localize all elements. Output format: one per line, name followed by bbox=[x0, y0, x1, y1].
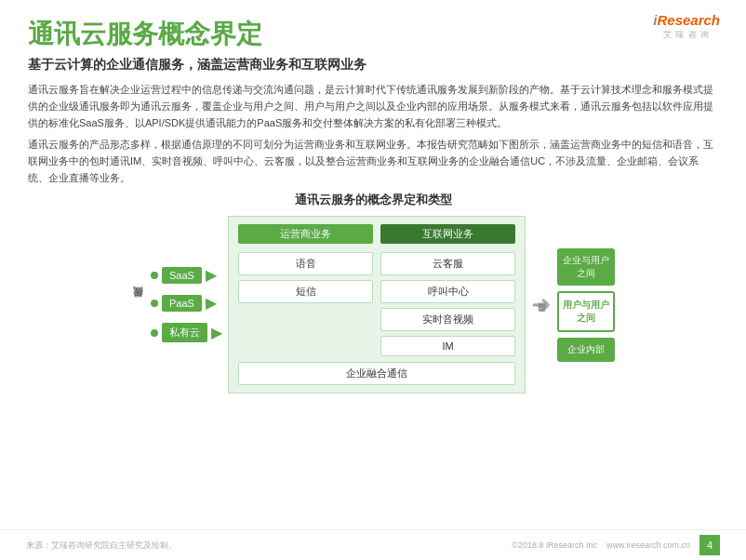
im-box: IM bbox=[380, 336, 515, 356]
app-boxes: 企业与用户之间 用户与用户之间 企业内部 bbox=[557, 248, 615, 362]
diagram-title: 通讯云服务的概念界定和类型 bbox=[28, 192, 718, 208]
body-text-1: 通讯云服务旨在解决企业运营过程中的信息传递与交流沟通问题，是云计算时代下传统通讯… bbox=[28, 81, 718, 131]
page: iResearch 艾 瑞 咨 询 通讯云服务概念界定 基于云计算的企业通信服务… bbox=[0, 0, 746, 560]
user-user-box: 用户与用户之间 bbox=[557, 291, 615, 332]
duanxin-box: 短信 bbox=[238, 280, 373, 303]
left-col: 运营商业务 语音 短信 bbox=[238, 224, 373, 356]
footer: 来源：艾瑞咨询研究院自主研究及绘制。 ©2018.8 iResearch Inc… bbox=[0, 529, 746, 560]
page-number: 4 bbox=[699, 535, 720, 555]
service-items: SaaS ▶ PaaS ▶ 私有云 ▶ bbox=[151, 267, 222, 342]
private-dot bbox=[151, 329, 158, 337]
qiyerongtong-box: 企业融合通信 bbox=[238, 362, 515, 385]
saas-box: SaaS bbox=[162, 267, 202, 284]
footer-copyright: ©2018.8 iResearch Inc bbox=[512, 540, 597, 550]
right-col: 互联网业务 云客服 呼叫中心 实时音视频 IM bbox=[380, 224, 515, 356]
list-item: 私有云 ▶ bbox=[151, 323, 222, 342]
main-title: 通讯云服务概念界定 bbox=[28, 19, 718, 50]
logo: iResearch 艾 瑞 咨 询 bbox=[653, 13, 720, 41]
yuyin-box: 语音 bbox=[238, 252, 373, 275]
footer-url: www.iresearch.com.cn bbox=[606, 540, 690, 550]
private-box: 私有云 bbox=[162, 323, 207, 342]
qiye-neibux-box: 企业内部 bbox=[557, 338, 615, 362]
diagram-columns: 运营商业务 语音 短信 互联网业务 云客服 呼叫中心 实时音视频 IM bbox=[238, 224, 515, 356]
shishiyinshipin-box: 实时音视频 bbox=[380, 308, 515, 331]
hujiuzhongxin-box: 呼叫中心 bbox=[380, 280, 515, 303]
saas-arrow: ▶ bbox=[206, 268, 217, 283]
body-text-2: 通讯云服务的产品形态多样，根据通信原理的不同可划分为运营商业务和互联网业务。本报… bbox=[28, 136, 718, 186]
saas-dot bbox=[151, 272, 158, 279]
paas-box: PaaS bbox=[162, 295, 202, 312]
list-item: PaaS ▶ bbox=[151, 295, 222, 312]
main-diagram-box: 运营商业务 语音 短信 互联网业务 云客服 呼叫中心 实时音视频 IM 企业融合… bbox=[228, 216, 526, 393]
yunying-header: 运营商业务 bbox=[238, 224, 373, 244]
diagram-container: 服务模式 SaaS ▶ PaaS ▶ 私有云 ▶ bbox=[28, 216, 718, 393]
right-big-arrow: ➜ bbox=[531, 292, 552, 316]
private-arrow: ▶ bbox=[211, 326, 222, 340]
hulianwang-header: 互联网业务 bbox=[380, 224, 515, 244]
logo-cn: 艾 瑞 咨 询 bbox=[663, 29, 711, 41]
paas-arrow: ▶ bbox=[206, 296, 217, 311]
logo-research: Research bbox=[657, 12, 720, 28]
list-item: SaaS ▶ bbox=[151, 267, 222, 284]
qiye-user-box: 企业与用户之间 bbox=[557, 248, 615, 286]
sub-title: 基于云计算的企业通信服务，涵盖运营商业务和互联网业务 bbox=[28, 56, 718, 74]
service-mode-section: 服务模式 SaaS ▶ PaaS ▶ 私有云 ▶ bbox=[131, 267, 222, 342]
footer-source: 来源：艾瑞咨询研究院自主研究及绘制。 bbox=[26, 540, 177, 552]
footer-right: ©2018.8 iResearch Inc www.iresearch.com.… bbox=[512, 535, 720, 555]
arrow-section: ➜ 应用场景 bbox=[531, 292, 552, 318]
yunkefu-box: 云客服 bbox=[380, 252, 515, 275]
paas-dot bbox=[151, 300, 158, 307]
